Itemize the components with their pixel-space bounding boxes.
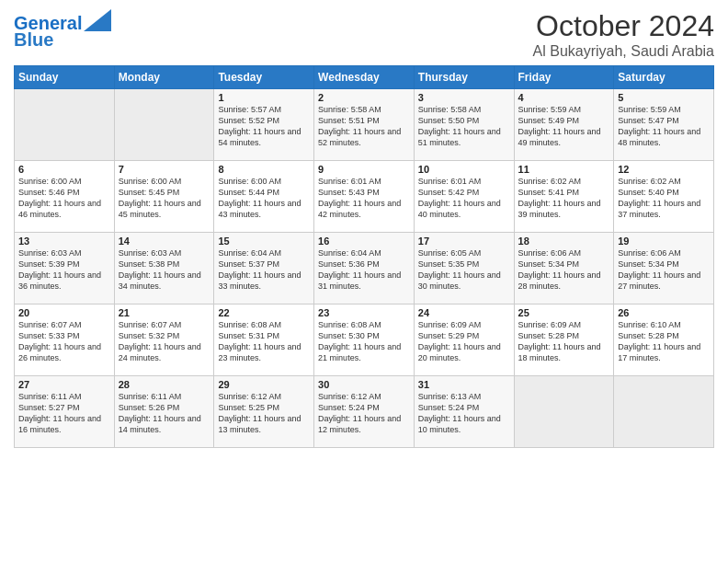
sunset-text: Sunset: 5:25 PM [218,402,310,413]
daylight-text: Daylight: 11 hours and 26 minutes. [18,341,110,363]
cell-content: Sunrise: 6:01 AMSunset: 5:42 PMDaylight:… [418,176,510,221]
day-cell: 25Sunrise: 6:09 AMSunset: 5:28 PMDayligh… [514,304,614,376]
daylight-text: Daylight: 11 hours and 20 minutes. [418,341,510,363]
day-cell: 19Sunrise: 6:06 AMSunset: 5:34 PMDayligh… [614,233,714,304]
week-row-2: 13Sunrise: 6:03 AMSunset: 5:39 PMDayligh… [15,233,714,304]
svg-marker-0 [84,9,111,31]
daylight-text: Daylight: 11 hours and 21 minutes. [318,341,410,363]
header: General Blue October 2024 Al Bukayriyah,… [14,9,714,60]
cell-content: Sunrise: 6:08 AMSunset: 5:30 PMDaylight:… [318,319,410,364]
week-row-3: 20Sunrise: 6:07 AMSunset: 5:33 PMDayligh… [15,304,714,376]
sunset-text: Sunset: 5:41 PM [518,187,610,198]
daylight-text: Daylight: 11 hours and 27 minutes. [618,270,710,292]
sunset-text: Sunset: 5:27 PM [18,402,110,413]
day-cell [614,376,714,448]
logo-icon [84,9,111,31]
day-number: 28 [119,379,210,390]
sunset-text: Sunset: 5:46 PM [18,187,110,198]
day-cell: 7Sunrise: 6:00 AMSunset: 5:45 PMDaylight… [114,161,214,233]
day-number: 27 [18,379,110,390]
day-cell: 14Sunrise: 6:03 AMSunset: 5:38 PMDayligh… [114,233,214,304]
calendar-table: Sunday Monday Tuesday Wednesday Thursday… [14,65,714,448]
th-monday: Monday [114,66,214,89]
day-cell [514,376,614,448]
daylight-text: Daylight: 11 hours and 30 minutes. [418,270,510,292]
day-number: 29 [218,379,310,390]
daylight-text: Daylight: 11 hours and 24 minutes. [119,341,210,363]
cell-content: Sunrise: 5:59 AMSunset: 5:47 PMDaylight:… [618,104,710,149]
th-thursday: Thursday [414,66,514,89]
logo: General Blue [14,13,111,50]
cell-content: Sunrise: 6:09 AMSunset: 5:29 PMDaylight:… [418,319,510,364]
daylight-text: Daylight: 11 hours and 43 minutes. [218,198,310,220]
sunset-text: Sunset: 5:28 PM [518,330,610,341]
cell-content: Sunrise: 6:02 AMSunset: 5:40 PMDaylight:… [618,176,710,221]
daylight-text: Daylight: 11 hours and 18 minutes. [518,341,610,363]
day-number: 25 [518,307,610,318]
sunset-text: Sunset: 5:28 PM [618,330,710,341]
sunrise-text: Sunrise: 6:07 AM [18,319,110,330]
sunrise-text: Sunrise: 6:00 AM [18,176,110,187]
sunrise-text: Sunrise: 5:58 AM [318,104,410,115]
day-cell: 6Sunrise: 6:00 AMSunset: 5:46 PMDaylight… [15,161,115,233]
sunset-text: Sunset: 5:39 PM [18,259,110,270]
sunset-text: Sunset: 5:26 PM [119,402,210,413]
th-sunday: Sunday [15,66,115,89]
day-cell: 21Sunrise: 6:07 AMSunset: 5:32 PMDayligh… [114,304,214,376]
cell-content: Sunrise: 6:10 AMSunset: 5:28 PMDaylight:… [618,319,710,364]
calendar-body: 1Sunrise: 5:57 AMSunset: 5:52 PMDaylight… [15,89,714,448]
day-cell: 15Sunrise: 6:04 AMSunset: 5:37 PMDayligh… [214,233,314,304]
day-cell: 26Sunrise: 6:10 AMSunset: 5:28 PMDayligh… [614,304,714,376]
sunrise-text: Sunrise: 6:12 AM [218,391,310,402]
cell-content: Sunrise: 6:08 AMSunset: 5:31 PMDaylight:… [218,319,310,364]
sunrise-text: Sunrise: 6:05 AM [418,247,510,259]
day-number: 5 [618,92,710,103]
cell-content: Sunrise: 6:00 AMSunset: 5:44 PMDaylight:… [218,176,310,221]
day-cell: 27Sunrise: 6:11 AMSunset: 5:27 PMDayligh… [15,376,115,448]
cell-content: Sunrise: 6:11 AMSunset: 5:26 PMDaylight:… [119,391,210,436]
day-number: 19 [618,236,710,247]
daylight-text: Daylight: 11 hours and 51 minutes. [418,126,510,148]
sunrise-text: Sunrise: 6:06 AM [618,247,710,259]
cell-content: Sunrise: 6:09 AMSunset: 5:28 PMDaylight:… [518,319,610,364]
sunrise-text: Sunrise: 6:09 AM [418,319,510,330]
sunset-text: Sunset: 5:34 PM [618,259,710,270]
day-number: 13 [18,236,110,247]
sunrise-text: Sunrise: 6:11 AM [119,391,210,402]
day-number: 10 [418,164,510,175]
sunset-text: Sunset: 5:50 PM [418,115,510,126]
sunset-text: Sunset: 5:38 PM [119,259,210,270]
sunrise-text: Sunrise: 6:09 AM [518,319,610,330]
daylight-text: Daylight: 11 hours and 16 minutes. [18,413,110,435]
day-cell: 9Sunrise: 6:01 AMSunset: 5:43 PMDaylight… [314,161,415,233]
sunset-text: Sunset: 5:36 PM [318,259,410,270]
sunset-text: Sunset: 5:40 PM [618,187,710,198]
sunrise-text: Sunrise: 6:08 AM [218,319,310,330]
cell-content: Sunrise: 6:03 AMSunset: 5:38 PMDaylight:… [119,247,210,293]
sunrise-text: Sunrise: 6:12 AM [318,391,410,402]
sunrise-text: Sunrise: 6:01 AM [418,176,510,187]
day-number: 6 [18,164,110,175]
day-number: 18 [518,236,610,247]
sunset-text: Sunset: 5:32 PM [119,330,210,341]
day-cell: 20Sunrise: 6:07 AMSunset: 5:33 PMDayligh… [15,304,115,376]
sunset-text: Sunset: 5:24 PM [318,402,410,413]
month-title: October 2024 [533,9,714,43]
sunset-text: Sunset: 5:47 PM [618,115,710,126]
day-number: 14 [119,236,210,247]
sunset-text: Sunset: 5:44 PM [218,187,310,198]
day-cell: 1Sunrise: 5:57 AMSunset: 5:52 PMDaylight… [214,89,314,161]
day-number: 8 [218,164,310,175]
cell-content: Sunrise: 5:58 AMSunset: 5:51 PMDaylight:… [318,104,410,149]
sunset-text: Sunset: 5:33 PM [18,330,110,341]
th-saturday: Saturday [614,66,714,89]
cell-content: Sunrise: 6:04 AMSunset: 5:36 PMDaylight:… [318,247,410,293]
day-cell: 18Sunrise: 6:06 AMSunset: 5:34 PMDayligh… [514,233,614,304]
cell-content: Sunrise: 6:06 AMSunset: 5:34 PMDaylight:… [518,247,610,293]
day-cell: 16Sunrise: 6:04 AMSunset: 5:36 PMDayligh… [314,233,415,304]
day-number: 1 [218,92,310,103]
daylight-text: Daylight: 11 hours and 39 minutes. [518,198,610,220]
day-number: 31 [418,379,510,390]
day-number: 9 [318,164,410,175]
sunrise-text: Sunrise: 6:11 AM [18,391,110,402]
